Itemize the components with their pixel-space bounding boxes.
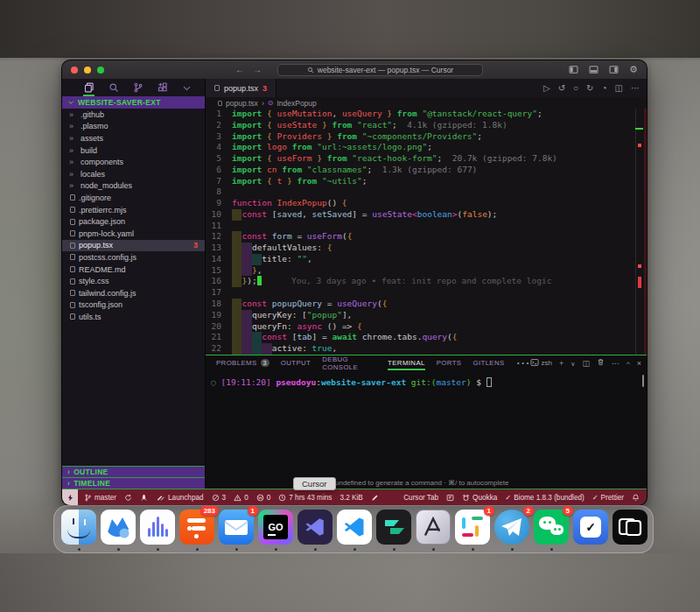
settings-gear-icon[interactable]: ⚙ <box>628 65 639 75</box>
minimize-window-button[interactable] <box>84 67 91 74</box>
file-tree-item-style.css[interactable]: style.css <box>62 275 205 287</box>
close-window-button[interactable] <box>71 67 78 74</box>
dock-app-warp[interactable] <box>376 510 411 545</box>
layout-sidebar-right-icon[interactable] <box>608 65 619 75</box>
window-title-pill[interactable]: website-saver-ext — popup.tsx — Cursor <box>277 64 483 76</box>
file-tree-item-.prettierrc.mjs[interactable]: .prettierrc.mjs <box>62 204 205 216</box>
panel-tab-debug-console[interactable]: DEBUG CONSOLE <box>322 355 376 370</box>
status-item-cursor-tab[interactable]: Cursor Tab <box>403 494 438 502</box>
line-number: 21 <box>206 332 232 343</box>
file-tree-item-popup.tsx[interactable]: popup.tsx3 <box>62 240 205 252</box>
explorer-section-header[interactable]: WEBSITE-SAVER-EXT <box>62 96 205 109</box>
forward-icon[interactable]: → <box>253 65 262 74</box>
status-item-7-hrs-43-mins[interactable]: 7 hrs 43 mins <box>278 494 332 502</box>
status-item-sync[interactable] <box>124 494 132 502</box>
dock-app-wechat[interactable]: 5 <box>534 510 569 545</box>
split-panel-icon[interactable]: ◫ <box>582 359 590 368</box>
file-tree-item-locales[interactable]: »locales <box>62 168 205 180</box>
status-item-0[interactable]: 0 <box>256 494 271 502</box>
tab-popup-tsx[interactable]: popup.tsx 3 <box>206 79 276 97</box>
status-item-0[interactable]: 0 <box>234 494 248 502</box>
panel-tab-gitlens[interactable]: GITLENS <box>472 355 504 370</box>
activity-source-control-icon[interactable] <box>132 81 144 95</box>
timeline-section-header[interactable]: › TIMELINE <box>62 477 205 489</box>
dock-app-todo-app[interactable]: ✓ <box>573 510 608 545</box>
file-tree-item-pnpm-lock.yaml[interactable]: pnpm-lock.yaml <box>62 228 205 240</box>
status-item-quokka[interactable]: Quokka <box>462 494 497 502</box>
plus-icon[interactable]: + <box>559 359 564 368</box>
close-icon[interactable]: × <box>637 359 641 368</box>
file-tree-item-node_modules[interactable]: »node_modules <box>62 180 205 193</box>
file-tree-item-.gitignore[interactable]: .gitignore <box>62 192 205 204</box>
panel-tab-terminal[interactable]: TERMINAL <box>388 355 425 370</box>
status-item-biome-1-8-3-bundled-[interactable]: ✓Biome 1.8.3 (bundled) <box>505 493 584 502</box>
run-icon[interactable]: ▷ <box>543 83 550 93</box>
activity-extensions-icon[interactable] <box>157 81 168 95</box>
file-tree-item-utils.ts[interactable]: utils.ts <box>62 311 205 323</box>
status-item-bell[interactable] <box>632 494 640 502</box>
status-item-pencil[interactable] <box>371 494 379 502</box>
outline-section-header[interactable]: › OUTLINE <box>62 466 205 477</box>
dock-app-audio-app[interactable] <box>140 510 175 545</box>
status-item-rocket[interactable] <box>140 494 148 502</box>
zoom-window-button[interactable] <box>97 67 104 74</box>
dock-app-finder[interactable] <box>61 510 96 545</box>
file-tree-item-package.json[interactable]: package.json <box>62 215 205 228</box>
dock-app-utility-app[interactable] <box>612 510 648 545</box>
file-tree-item-.plasmo[interactable]: ».plasmo <box>62 121 205 133</box>
file-tree-item-tailwind.config.js[interactable]: tailwind.config.js <box>62 287 205 299</box>
status-item-3-2-kib[interactable]: 3.2 KiB <box>340 494 362 502</box>
status-item-prettier[interactable]: ✓Prettier <box>592 493 624 502</box>
terminal-icon <box>530 358 539 369</box>
split-editor-icon[interactable]: ◫ <box>615 83 623 93</box>
terminal[interactable]: ○ [19:11:20] pseudoyu:website-saver-ext … <box>206 370 647 387</box>
file-tree-item-components[interactable]: »components <box>62 156 205 168</box>
file-tree-item-postcss.config.js[interactable]: postcss.config.js <box>62 251 205 264</box>
panel-tab-ports[interactable]: PORTS <box>437 355 462 370</box>
dock-app-vscode-insiders[interactable] <box>298 510 332 545</box>
dock-app-telegram[interactable]: 2 <box>494 510 529 545</box>
layout-panel-icon[interactable] <box>588 65 598 75</box>
nav-back-icon[interactable]: ↺ <box>558 83 565 93</box>
breadcrumb-symbol[interactable]: IndexPopup <box>276 99 316 108</box>
back-icon[interactable]: ← <box>235 65 244 74</box>
status-item-3[interactable]: 3 <box>212 494 227 502</box>
more-icon[interactable]: ⋯ <box>631 83 640 93</box>
activity-chevron-down-icon[interactable] <box>181 81 192 95</box>
status-item-launchpad[interactable]: Launchpad <box>156 494 204 502</box>
activity-explorer-icon[interactable] <box>83 81 94 95</box>
nav-circle-icon[interactable]: ○ <box>573 83 578 93</box>
history-icon[interactable]: ◔ <box>602 83 607 93</box>
shell-selector[interactable]: zsh <box>530 358 552 369</box>
panel-tabs-overflow-icon[interactable]: ⋯ <box>516 355 530 371</box>
layout-sidebar-left-icon[interactable] <box>568 65 578 75</box>
terminal-scrollbar[interactable] <box>642 375 644 387</box>
breadcrumb-file[interactable]: popup.tsx <box>226 99 258 108</box>
activity-search-icon[interactable] <box>108 81 119 95</box>
file-tree-item-.github[interactable]: ».github <box>62 109 205 121</box>
dock-app-fox-app[interactable] <box>101 510 136 545</box>
code-editor[interactable]: 1import { useMutation, useQuery } from "… <box>206 109 647 355</box>
dock-app-slack[interactable]: 1 <box>455 510 490 545</box>
nav-forward-icon[interactable]: ↻ <box>586 83 593 93</box>
dock-app-arc-browser[interactable] <box>416 510 451 545</box>
status-item-master[interactable]: master <box>84 494 116 502</box>
status-item-tab-box[interactable] <box>446 494 454 502</box>
collapse-icon[interactable]: ^ <box>626 359 630 368</box>
dock-app-reader-app[interactable]: 283 <box>179 510 214 545</box>
dock-app-vscode[interactable] <box>337 510 372 545</box>
file-tree-item-tsconfig.json[interactable]: tsconfig.json <box>62 299 205 312</box>
remote-indicator[interactable] <box>62 489 78 505</box>
panel-tab-output[interactable]: OUTPUT <box>281 355 311 370</box>
trash-icon[interactable] <box>597 358 605 368</box>
breadcrumb[interactable]: popup.tsx › ⊙ IndexPopup <box>206 97 647 109</box>
dock-app-mail[interactable]: 1 <box>219 510 254 545</box>
editor-scrollbar[interactable] <box>635 109 636 355</box>
file-tree-item-README.md[interactable]: README.md <box>62 264 205 276</box>
file-tree-item-assets[interactable]: »assets <box>62 132 205 144</box>
ellipsis-icon[interactable]: ⋯ <box>612 359 620 368</box>
dock-app-goland[interactable]: GO <box>258 510 293 545</box>
dropdown-icon[interactable]: ∨ <box>570 359 575 368</box>
panel-tab-problems[interactable]: PROBLEMS3 <box>216 355 270 370</box>
file-tree-item-build[interactable]: »build <box>62 144 205 157</box>
